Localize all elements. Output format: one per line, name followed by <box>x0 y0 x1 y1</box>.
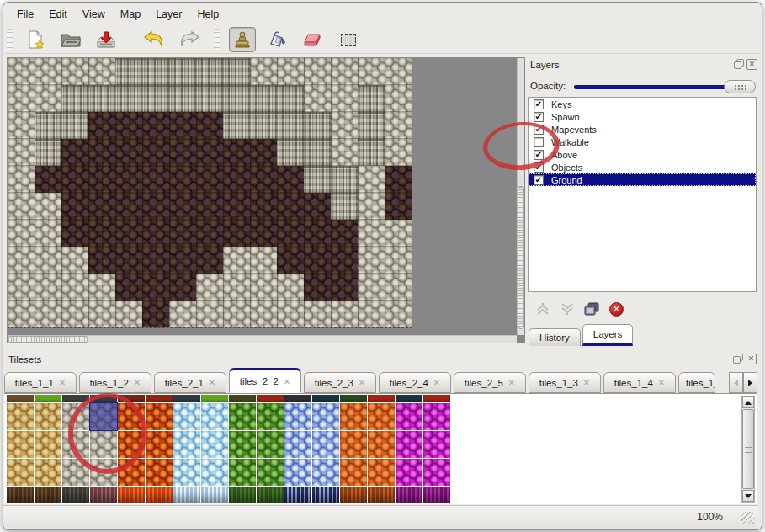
map-tile-rock-top[interactable] <box>88 274 115 301</box>
map-tile-rock-top[interactable] <box>358 58 385 85</box>
move-layer-up-button[interactable] <box>535 301 550 317</box>
map-tile-cave-floor[interactable] <box>277 166 304 193</box>
map-tile-cave-floor[interactable] <box>115 139 142 166</box>
menu-layer[interactable]: Layer <box>149 6 189 23</box>
tileset-tile[interactable] <box>229 431 256 458</box>
menu-file[interactable]: File <box>10 6 40 23</box>
map-tile-cave-floor[interactable] <box>142 112 169 139</box>
tileset-tile[interactable] <box>118 487 145 503</box>
tileset-tile[interactable] <box>368 487 395 503</box>
tileset-tile[interactable] <box>423 395 450 402</box>
map-tile-cave-floor[interactable] <box>385 166 412 193</box>
map-tile-cave-floor[interactable] <box>196 166 223 193</box>
map-tile-rock-top[interactable] <box>385 220 412 247</box>
tileset-tile[interactable] <box>146 459 173 486</box>
map-tile-cave-floor[interactable] <box>115 112 142 139</box>
layer-visibility-checkbox[interactable]: ✔ <box>534 125 544 135</box>
layer-row-ground[interactable]: ✔Ground <box>529 173 756 186</box>
map-tile-cave-floor[interactable] <box>196 193 223 220</box>
map-tile-cave-floor[interactable] <box>304 193 331 220</box>
tileset-vertical-scrollbar[interactable] <box>741 396 755 503</box>
map-tile-rock-top[interactable] <box>115 301 142 327</box>
map-tile-cave-floor[interactable] <box>142 139 169 166</box>
map-tile-cave-floor[interactable] <box>331 247 358 274</box>
menu-map[interactable]: Map <box>114 6 147 23</box>
tileset-tile[interactable] <box>173 431 200 458</box>
map-tile-cave-floor[interactable] <box>142 193 169 220</box>
tileset-tile[interactable] <box>229 487 256 503</box>
map-tile-rock-top[interactable] <box>331 139 358 166</box>
tileset-tile[interactable] <box>62 431 89 458</box>
tileset-tile[interactable] <box>7 395 34 402</box>
tab-close-icon[interactable]: ✕ <box>59 378 66 387</box>
map-tile-rock-top[interactable] <box>331 58 358 85</box>
tileset-tile[interactable] <box>229 459 256 486</box>
tileset-tile[interactable] <box>201 403 228 430</box>
map-tile-rock-top[interactable] <box>35 58 61 85</box>
layer-visibility-checkbox[interactable]: ✔ <box>534 175 544 185</box>
map-tile-cliff-face[interactable] <box>88 85 115 112</box>
tileset-tile[interactable] <box>90 487 117 503</box>
map-tile-cave-floor[interactable] <box>115 274 142 301</box>
layer-row-walkable[interactable]: Walkable <box>529 136 756 148</box>
tileset-tile[interactable] <box>396 403 422 430</box>
tab-history[interactable]: History <box>529 328 581 346</box>
tileset-tile[interactable] <box>146 431 173 458</box>
tileset-tile-selected[interactable] <box>90 403 117 430</box>
scroll-tabs-right-button[interactable] <box>743 372 757 393</box>
opacity-slider-handle[interactable] <box>724 80 756 93</box>
map-tile-cave-floor[interactable] <box>142 166 169 193</box>
redo-button[interactable] <box>176 27 203 52</box>
delete-layer-button[interactable]: ✕ <box>609 302 624 317</box>
map-tile-cave-floor[interactable] <box>196 139 223 166</box>
tileset-tile[interactable] <box>90 395 117 402</box>
map-tile-cave-floor[interactable] <box>169 112 196 139</box>
map-tile-cliff-face[interactable] <box>115 58 142 85</box>
toolbar-grip-icon[interactable] <box>214 29 220 50</box>
scrollbar-thumb[interactable] <box>742 409 754 489</box>
scrollbar-thumb[interactable] <box>518 186 524 329</box>
map-tile-cliff-face[interactable] <box>35 112 61 139</box>
map-tile-cliff-face[interactable] <box>250 85 277 112</box>
map-tile-cave-floor[interactable] <box>115 220 142 247</box>
tileset-tile[interactable] <box>284 487 311 503</box>
toolbar-grip-icon[interactable] <box>7 29 13 50</box>
tileset-tile[interactable] <box>423 459 450 486</box>
map-tile-cave-floor[interactable] <box>331 220 358 247</box>
tileset-tab-tiles_1_2[interactable]: tiles_1_2✕ <box>79 372 151 393</box>
tileset-tile[interactable] <box>173 487 200 503</box>
map-tile-cave-floor[interactable] <box>88 166 115 193</box>
layer-visibility-checkbox[interactable] <box>534 137 544 147</box>
layer-row-above[interactable]: ✔Above <box>529 148 756 161</box>
layer-row-keys[interactable]: ✔Keys <box>529 98 756 110</box>
tileset-tile[interactable] <box>90 431 117 458</box>
map-tile-cave-floor[interactable] <box>385 193 412 220</box>
tileset-tab-tiles_1_4[interactable]: tiles_1_4✕ <box>603 372 676 393</box>
map-tile-cliff-face[interactable] <box>61 85 88 112</box>
map-tile-cliff-face[interactable] <box>358 112 385 139</box>
map-tile-cliff-face[interactable] <box>304 112 331 139</box>
map-tile-rock-top[interactable] <box>250 301 277 327</box>
tileset-tile[interactable] <box>396 395 422 402</box>
map-tile-cliff-face[interactable] <box>358 139 385 166</box>
tileset-tile[interactable] <box>201 459 228 486</box>
tileset-tab-tiles_1_[interactable]: tiles_1_ <box>678 372 715 393</box>
tileset-tile[interactable] <box>284 431 311 458</box>
scroll-up-button[interactable] <box>742 396 754 408</box>
map-tile-rock-top[interactable] <box>8 247 35 274</box>
undo-button[interactable] <box>141 27 167 52</box>
tileset-tile[interactable] <box>7 431 34 458</box>
map-tile-cave-floor[interactable] <box>88 112 115 139</box>
open-file-button[interactable] <box>57 27 84 52</box>
layer-row-mapevents[interactable]: ✔Mapevents <box>529 123 756 136</box>
tileset-tile[interactable] <box>62 403 89 430</box>
map-tile-rock-top[interactable] <box>8 301 35 327</box>
tileset-tab-tiles_1_3[interactable]: tiles_1_3✕ <box>529 372 601 393</box>
map-tile-rock-top[interactable] <box>223 301 250 327</box>
tab-close-icon[interactable]: ✕ <box>658 378 665 387</box>
tileset-tile[interactable] <box>35 431 61 458</box>
map-tile-cave-floor[interactable] <box>61 166 88 193</box>
layer-visibility-checkbox[interactable]: ✔ <box>534 162 544 173</box>
tileset-tile[interactable] <box>35 487 61 503</box>
map-tile-rock-top[interactable] <box>304 58 331 85</box>
